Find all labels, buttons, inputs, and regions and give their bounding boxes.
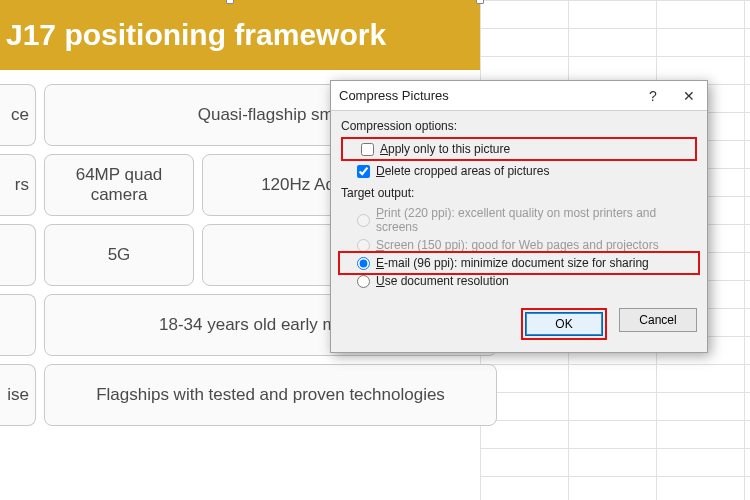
opt-target-print-label: Print (220 ppi): excellent quality on mo… — [376, 206, 697, 234]
opt-delete-cropped-label: Delete cropped areas of pictures — [376, 164, 549, 178]
opt-apply-only[interactable]: Apply only to this picture — [345, 140, 693, 158]
radio-usedoc[interactable] — [357, 275, 370, 288]
row-label: rs — [0, 154, 36, 216]
highlight-apply-only: Apply only to this picture — [341, 137, 697, 161]
card-5g: 5G — [44, 224, 194, 286]
dialog-title: Compress Pictures — [339, 88, 635, 103]
opt-target-usedoc-label: Use document resolution — [376, 274, 509, 288]
dialog-close-button[interactable]: ✕ — [671, 81, 707, 111]
row-label — [0, 294, 36, 356]
dialog-titlebar: Compress Pictures ? ✕ — [331, 81, 707, 111]
target-output-label: Target output: — [341, 186, 697, 200]
highlight-ok: OK — [521, 308, 607, 340]
row-label: ce — [0, 84, 36, 146]
title-banner: J17 positioning framework — [0, 0, 480, 70]
radio-print — [357, 214, 370, 227]
opt-target-email-label: E-mail (96 ppi): minimize document size … — [376, 256, 649, 270]
opt-target-usedoc[interactable]: Use document resolution — [341, 272, 697, 290]
opt-target-print: Print (220 ppi): excellent quality on mo… — [341, 204, 697, 236]
dialog-help-button[interactable]: ? — [635, 81, 671, 111]
opt-apply-only-label: Apply only to this picture — [380, 142, 510, 156]
opt-target-email[interactable]: E-mail (96 ppi): minimize document size … — [341, 254, 697, 272]
help-icon: ? — [649, 88, 657, 104]
card-promise: Flagships with tested and proven technol… — [44, 364, 497, 426]
ok-button[interactable]: OK — [525, 312, 603, 336]
checkbox-delete-cropped[interactable] — [357, 165, 370, 178]
opt-target-screen-label: Screen (150 ppi): good for Web pages and… — [376, 238, 659, 252]
opt-target-screen: Screen (150 ppi): good for Web pages and… — [341, 236, 697, 254]
dialog-body: Compression options: Apply only to this … — [331, 111, 707, 300]
row-label: ise — [0, 364, 36, 426]
compression-options-label: Compression options: — [341, 119, 697, 133]
checkbox-apply-only[interactable] — [361, 143, 374, 156]
opt-delete-cropped[interactable]: Delete cropped areas of pictures — [341, 162, 697, 180]
row-label — [0, 224, 36, 286]
dialog-footer: OK Cancel — [331, 300, 707, 352]
radio-email[interactable] — [357, 257, 370, 270]
compress-pictures-dialog: Compress Pictures ? ✕ Compression option… — [330, 80, 708, 353]
selection-handle[interactable] — [226, 0, 234, 4]
radio-screen — [357, 239, 370, 252]
close-icon: ✕ — [683, 88, 695, 104]
banner-title: J17 positioning framework — [6, 18, 386, 51]
selection-handle[interactable] — [476, 0, 484, 4]
card-row: ise Flagships with tested and proven tec… — [0, 364, 497, 426]
card-camera: 64MP quad camera — [44, 154, 194, 216]
cancel-button[interactable]: Cancel — [619, 308, 697, 332]
